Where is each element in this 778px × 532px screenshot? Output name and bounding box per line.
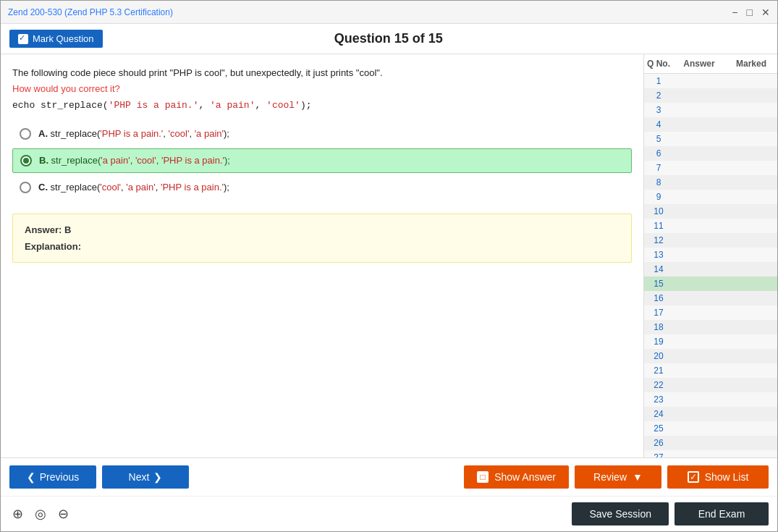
- list-item[interactable]: 1: [644, 74, 777, 88]
- q-number: 8: [644, 177, 673, 187]
- title-prefix: Zend 200-530: [8, 7, 64, 17]
- col-qno: Q No.: [644, 59, 673, 69]
- list-item[interactable]: 25: [644, 421, 777, 436]
- list-item[interactable]: 5: [644, 132, 777, 146]
- app-window: Zend 200-530 (Zend PHP 5.3 Certification…: [0, 0, 778, 532]
- option-c[interactable]: C. str_replace('cool', 'a pain', 'PHP is…: [12, 176, 632, 199]
- mark-question-label: Mark Question: [33, 33, 94, 44]
- list-item[interactable]: 7: [644, 161, 777, 175]
- q-answer: [673, 279, 725, 289]
- q-answer: [673, 105, 725, 115]
- q-answer: [673, 293, 725, 303]
- option-b[interactable]: B. str_replace('a pain', 'cool', 'PHP is…: [12, 148, 632, 173]
- list-item[interactable]: 15: [644, 276, 777, 291]
- q-marked: [725, 192, 777, 202]
- option-a[interactable]: A. str_replace('PHP is a pain.', 'cool',…: [12, 122, 632, 145]
- q-marked: [725, 105, 777, 115]
- q-answer: [673, 438, 725, 448]
- maximize-icon[interactable]: □: [747, 7, 753, 18]
- answer-box: Answer: B Explanation:: [12, 214, 632, 263]
- q-marked: [725, 235, 777, 245]
- q-number: 12: [644, 235, 673, 245]
- q-number: 3: [644, 105, 673, 115]
- q-answer: [673, 134, 725, 144]
- end-exam-label: End Exam: [698, 508, 745, 520]
- list-item[interactable]: 18: [644, 320, 777, 334]
- q-answer: [673, 76, 725, 86]
- list-item[interactable]: 20: [644, 349, 777, 363]
- list-item[interactable]: 9: [644, 190, 777, 204]
- question-list[interactable]: 1234567891011121314151617181920212223242…: [644, 74, 777, 457]
- action-row: ⊕ ◎ ⊖ Save Session End Exam: [1, 496, 777, 531]
- q-answer: [673, 177, 725, 187]
- prev-chevron-icon: ❮: [27, 471, 35, 483]
- q-marked: [725, 423, 777, 434]
- zoom-out-button[interactable]: ⊖: [55, 506, 72, 522]
- q-answer: [673, 235, 725, 245]
- close-icon[interactable]: ✕: [761, 7, 770, 18]
- q-marked: [725, 90, 777, 101]
- q-marked: [725, 221, 777, 231]
- next-label: Next: [129, 471, 150, 483]
- q-marked: [725, 351, 777, 361]
- end-exam-button[interactable]: End Exam: [675, 502, 769, 525]
- option-b-radio: [20, 155, 32, 166]
- q-marked: [725, 206, 777, 216]
- q-answer: [673, 423, 725, 434]
- list-item[interactable]: 21: [644, 363, 777, 378]
- mark-question-button[interactable]: Mark Question: [9, 30, 103, 48]
- show-list-button[interactable]: ✓ Show List: [667, 465, 769, 489]
- save-session-button[interactable]: Save Session: [572, 502, 669, 525]
- q-number: 20: [644, 351, 673, 361]
- q-number: 4: [644, 119, 673, 130]
- list-item[interactable]: 26: [644, 436, 777, 450]
- minimize-icon[interactable]: −: [732, 7, 737, 18]
- zoom-in-button[interactable]: ⊕: [9, 506, 26, 522]
- zoom-reset-button[interactable]: ◎: [32, 506, 49, 522]
- list-item[interactable]: 24: [644, 407, 777, 421]
- list-item[interactable]: 10: [644, 204, 777, 219]
- list-item[interactable]: 23: [644, 392, 777, 407]
- q-marked: [725, 76, 777, 86]
- q-answer: [673, 380, 725, 390]
- next-button[interactable]: Next ❯: [102, 465, 189, 489]
- list-item[interactable]: 6: [644, 146, 777, 161]
- q-answer: [673, 221, 725, 231]
- list-item[interactable]: 27: [644, 450, 777, 457]
- list-item[interactable]: 14: [644, 262, 777, 276]
- title-bar-controls: − □ ✕: [732, 7, 770, 18]
- previous-label: Previous: [40, 471, 79, 483]
- checkmark-icon: [18, 34, 28, 44]
- question-subtext: How would you correct it?: [12, 83, 632, 94]
- list-item[interactable]: 3: [644, 103, 777, 117]
- list-item[interactable]: 8: [644, 175, 777, 190]
- code-snippet: echo str_replace('PHP is a pain.', 'a pa…: [12, 100, 632, 111]
- q-number: 6: [644, 148, 673, 159]
- q-marked: [725, 366, 777, 376]
- show-answer-button[interactable]: □ Show Answer: [464, 465, 569, 489]
- list-item[interactable]: 22: [644, 378, 777, 392]
- q-answer: [673, 250, 725, 260]
- list-item[interactable]: 11: [644, 219, 777, 233]
- list-item[interactable]: 12: [644, 233, 777, 248]
- list-item[interactable]: 17: [644, 305, 777, 320]
- review-button[interactable]: Review ▼: [575, 465, 661, 489]
- q-number: 24: [644, 409, 673, 419]
- q-marked: [725, 409, 777, 419]
- list-item[interactable]: 19: [644, 334, 777, 349]
- list-item[interactable]: 2: [644, 88, 777, 103]
- option-c-text: C. str_replace('cool', 'a pain', 'PHP is…: [38, 182, 229, 193]
- list-item[interactable]: 4: [644, 117, 777, 132]
- q-marked: [725, 394, 777, 405]
- list-item[interactable]: 16: [644, 291, 777, 305]
- previous-button[interactable]: ❮ Previous: [9, 465, 96, 489]
- list-item[interactable]: 13: [644, 248, 777, 262]
- action-right: Save Session End Exam: [572, 502, 769, 525]
- option-a-text: A. str_replace('PHP is a pain.', 'cool',…: [38, 128, 229, 139]
- bottom-buttons: ❮ Previous Next ❯ □ Show Answer Review ▼…: [1, 458, 777, 496]
- toolbar: Mark Question Question 15 of 15: [1, 24, 777, 54]
- col-answer: Answer: [673, 59, 725, 69]
- q-number: 9: [644, 192, 673, 202]
- q-marked: [725, 148, 777, 159]
- show-list-label: Show List: [705, 471, 749, 483]
